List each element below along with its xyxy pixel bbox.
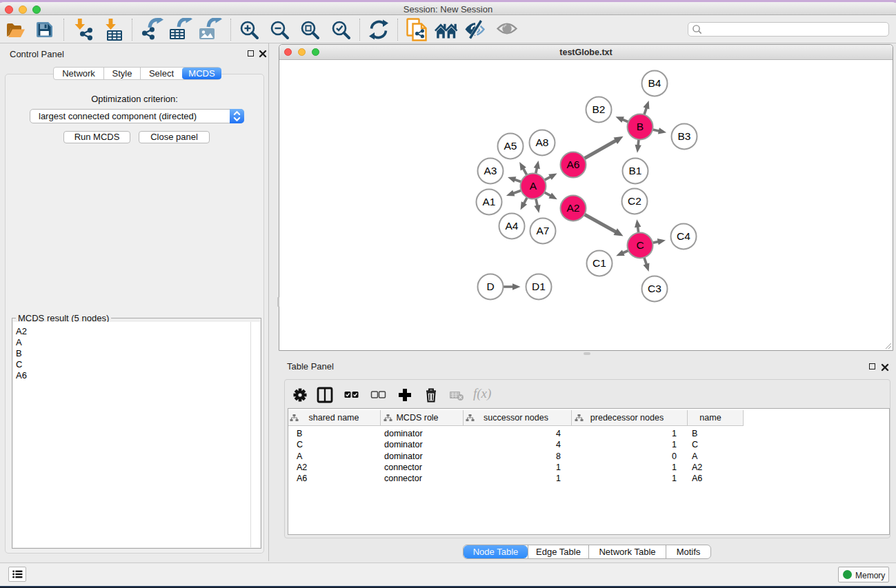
svg-text:A2: A2: [567, 202, 580, 214]
svg-text:C2: C2: [628, 195, 641, 207]
svg-text:B2: B2: [593, 103, 606, 115]
svg-text:B4: B4: [648, 77, 661, 89]
svg-text:D: D: [486, 281, 494, 292]
svg-text:C3: C3: [648, 283, 661, 294]
svg-text:A1: A1: [483, 196, 496, 207]
svg-text:A6: A6: [567, 159, 580, 170]
svg-text:B1: B1: [629, 165, 642, 176]
svg-text:B: B: [637, 121, 644, 132]
svg-text:B3: B3: [678, 130, 691, 142]
svg-text:A8: A8: [536, 136, 549, 148]
svg-text:A7: A7: [537, 225, 550, 236]
svg-text:A4: A4: [506, 220, 519, 232]
svg-text:D1: D1: [532, 281, 546, 292]
svg-text:C1: C1: [593, 257, 606, 269]
svg-text:A3: A3: [484, 165, 497, 176]
svg-text:C: C: [636, 239, 644, 251]
svg-text:C4: C4: [677, 230, 690, 242]
svg-text:A: A: [530, 180, 537, 192]
svg-text:A5: A5: [504, 140, 517, 152]
